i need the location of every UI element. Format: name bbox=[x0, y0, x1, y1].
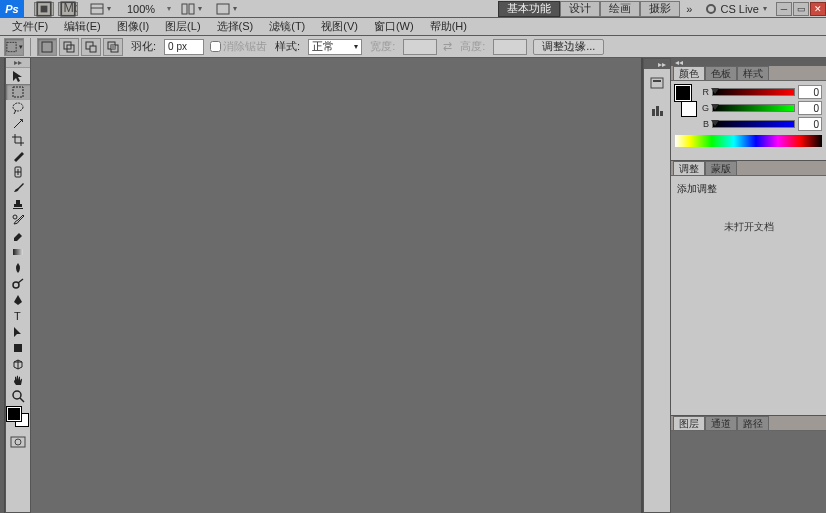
zoom-level[interactable]: 100% bbox=[121, 3, 161, 15]
cslive-button[interactable]: CS Live ▾ bbox=[698, 3, 775, 15]
path-select-tool[interactable] bbox=[6, 324, 30, 340]
dodge-tool[interactable] bbox=[6, 276, 30, 292]
svg-point-19 bbox=[13, 103, 23, 111]
close-button[interactable]: ✕ bbox=[810, 2, 826, 16]
r-label: R bbox=[701, 87, 709, 97]
tab-masks[interactable]: 蒙版 bbox=[705, 161, 737, 175]
history-brush-tool[interactable] bbox=[6, 212, 30, 228]
extras-dropdown[interactable] bbox=[86, 3, 115, 15]
launch-bridge-icon[interactable] bbox=[34, 2, 54, 16]
mini-bridge-icon[interactable]: Mb bbox=[58, 2, 78, 16]
layers-panel-tabs: 图层 通道 路径 bbox=[671, 416, 826, 431]
selection-mode-group bbox=[37, 38, 123, 56]
svg-rect-22 bbox=[13, 208, 23, 209]
selection-intersect[interactable] bbox=[103, 38, 123, 56]
g-value[interactable] bbox=[798, 101, 822, 115]
b-label: B bbox=[701, 119, 709, 129]
color-spectrum[interactable] bbox=[675, 135, 822, 147]
svg-point-20 bbox=[21, 119, 23, 121]
screenmode-dropdown[interactable] bbox=[212, 3, 241, 15]
antialias-input[interactable] bbox=[210, 41, 221, 52]
collapsed-dock-expand[interactable]: ▸▸ bbox=[644, 59, 670, 69]
menu-select[interactable]: 选择(S) bbox=[209, 17, 262, 36]
b-value[interactable] bbox=[798, 117, 822, 131]
toolbox-collapse[interactable]: ▸▸ bbox=[6, 58, 30, 68]
arrange-dropdown[interactable] bbox=[177, 3, 206, 15]
workspace-painting[interactable]: 绘画 bbox=[600, 1, 640, 17]
eraser-tool[interactable] bbox=[6, 228, 30, 244]
type-tool[interactable]: T bbox=[6, 308, 30, 324]
blur-tool[interactable] bbox=[6, 260, 30, 276]
history-panel-icon[interactable] bbox=[644, 69, 670, 97]
b-slider[interactable] bbox=[712, 120, 795, 128]
width-input bbox=[403, 39, 437, 55]
swap-wh-icon: ⇄ bbox=[443, 40, 452, 53]
layers-panel bbox=[671, 431, 826, 513]
menu-image[interactable]: 图像(I) bbox=[109, 17, 157, 36]
pen-tool[interactable] bbox=[6, 292, 30, 308]
menu-filter[interactable]: 滤镜(T) bbox=[261, 17, 313, 36]
hand-tool[interactable] bbox=[6, 372, 30, 388]
g-slider[interactable] bbox=[712, 104, 795, 112]
canvas-area bbox=[31, 58, 643, 513]
stamp-tool[interactable] bbox=[6, 196, 30, 212]
lasso-tool[interactable] bbox=[6, 100, 30, 116]
crop-tool[interactable] bbox=[6, 132, 30, 148]
antialias-checkbox[interactable]: 消除锯齿 bbox=[210, 39, 267, 54]
menu-help[interactable]: 帮助(H) bbox=[422, 17, 475, 36]
workspace-essentials[interactable]: 基本功能 bbox=[498, 1, 560, 17]
tab-styles[interactable]: 样式 bbox=[737, 66, 769, 80]
svg-rect-10 bbox=[42, 42, 52, 52]
tab-paths[interactable]: 路径 bbox=[737, 416, 769, 430]
menu-file[interactable]: 文件(F) bbox=[4, 17, 56, 36]
tab-adjustments[interactable]: 调整 bbox=[673, 161, 705, 175]
zoom-tool[interactable] bbox=[6, 388, 30, 404]
panel-color-swatch[interactable] bbox=[675, 85, 697, 117]
foreground-background-color[interactable] bbox=[7, 407, 29, 427]
menu-layer[interactable]: 图层(L) bbox=[157, 17, 208, 36]
selection-subtract[interactable] bbox=[81, 38, 101, 56]
menu-edit[interactable]: 编辑(E) bbox=[56, 17, 109, 36]
workspace-more[interactable]: » bbox=[680, 3, 698, 15]
rgb-sliders: R G B bbox=[701, 85, 822, 131]
eyedropper-tool[interactable] bbox=[6, 148, 30, 164]
selection-new[interactable] bbox=[37, 38, 57, 56]
3d-tool[interactable] bbox=[6, 356, 30, 372]
minimize-button[interactable]: ─ bbox=[776, 2, 792, 16]
panel-collapse-top[interactable]: ◂◂ bbox=[671, 58, 826, 66]
quickmask-toggle[interactable] bbox=[6, 434, 30, 450]
svg-rect-14 bbox=[90, 46, 96, 52]
move-tool[interactable] bbox=[6, 68, 30, 84]
tab-layers[interactable]: 图层 bbox=[673, 416, 705, 430]
tab-color[interactable]: 颜色 bbox=[673, 66, 705, 80]
svg-text:T: T bbox=[14, 310, 21, 322]
properties-panel-icon[interactable] bbox=[644, 97, 670, 125]
refine-edge-button[interactable]: 调整边缘... bbox=[533, 39, 604, 55]
workspace-design[interactable]: 设计 bbox=[560, 1, 600, 17]
tool-preset[interactable]: ▾ bbox=[4, 38, 24, 56]
tab-channels[interactable]: 通道 bbox=[705, 416, 737, 430]
r-value[interactable] bbox=[798, 85, 822, 99]
heal-tool[interactable] bbox=[6, 164, 30, 180]
collapsed-panel-dock: ▸▸ bbox=[643, 58, 671, 513]
maximize-button[interactable]: ▭ bbox=[793, 2, 809, 16]
svg-rect-4 bbox=[91, 4, 103, 14]
selection-add[interactable] bbox=[59, 38, 79, 56]
shape-tool[interactable] bbox=[6, 340, 30, 356]
svg-rect-7 bbox=[189, 4, 194, 14]
workspace-photography[interactable]: 摄影 bbox=[640, 1, 680, 17]
tab-swatches[interactable]: 色板 bbox=[705, 66, 737, 80]
gradient-tool[interactable] bbox=[6, 244, 30, 260]
r-slider[interactable] bbox=[712, 88, 795, 96]
wand-tool[interactable] bbox=[6, 116, 30, 132]
marquee-tool[interactable] bbox=[6, 84, 30, 100]
style-dropdown[interactable]: 正常 bbox=[308, 39, 362, 55]
workspace-area: ▸▸ T ▸▸ ◂◂ 颜色 色板 bbox=[0, 58, 826, 513]
brush-tool[interactable] bbox=[6, 180, 30, 196]
svg-rect-9 bbox=[7, 42, 16, 51]
menu-view[interactable]: 视图(V) bbox=[313, 17, 366, 36]
feather-input[interactable] bbox=[164, 39, 204, 55]
menu-window[interactable]: 窗口(W) bbox=[366, 17, 422, 36]
svg-rect-6 bbox=[182, 4, 187, 14]
window-controls: ─ ▭ ✕ bbox=[775, 2, 826, 16]
